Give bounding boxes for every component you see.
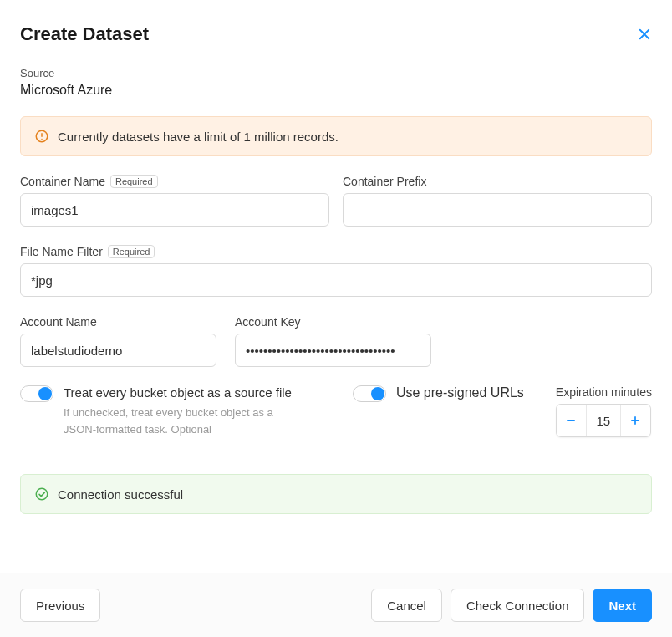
expiration-stepper <box>556 404 651 437</box>
warning-icon <box>34 129 49 144</box>
container-prefix-input[interactable] <box>343 193 652 227</box>
limit-alert: Currently datasets have a limit of 1 mil… <box>20 116 652 156</box>
limit-alert-text: Currently datasets have a limit of 1 mil… <box>58 130 339 144</box>
treat-bucket-toggle[interactable] <box>20 385 53 402</box>
required-badge: Required <box>110 175 158 188</box>
file-name-filter-label: File Name Filter <box>20 245 103 258</box>
account-key-label: Account Key <box>235 315 301 329</box>
cancel-button[interactable]: Cancel <box>371 589 442 622</box>
success-alert-text: Connection successful <box>58 487 183 502</box>
container-name-label: Container Name <box>20 175 105 188</box>
expiration-increment[interactable] <box>620 405 650 436</box>
source-value: Microsoft Azure <box>20 83 652 98</box>
expiration-input[interactable] <box>587 414 620 428</box>
success-alert: Connection successful <box>20 474 652 514</box>
container-name-input[interactable] <box>20 193 329 227</box>
container-prefix-label: Container Prefix <box>343 175 426 188</box>
treat-bucket-label: Treat every bucket object as a source fi… <box>64 385 306 400</box>
file-name-filter-input[interactable] <box>20 263 652 297</box>
close-button[interactable] <box>637 27 652 42</box>
close-icon <box>637 27 652 42</box>
treat-bucket-sub: If unchecked, treat every bucket object … <box>64 405 306 437</box>
account-name-input[interactable] <box>20 334 216 367</box>
minus-icon <box>565 415 577 426</box>
success-icon <box>34 487 49 502</box>
presigned-toggle[interactable] <box>353 385 386 402</box>
account-name-label: Account Name <box>20 315 97 329</box>
expiration-label: Expiration minutes <box>556 385 652 399</box>
svg-point-8 <box>36 488 48 500</box>
next-button[interactable]: Next <box>593 589 652 622</box>
presigned-label: Use pre-signed URLs <box>396 385 524 400</box>
account-key-input[interactable] <box>235 334 431 367</box>
plus-icon <box>629 415 641 426</box>
source-label: Source <box>20 67 652 79</box>
expiration-decrement[interactable] <box>557 405 587 436</box>
check-connection-button[interactable]: Check Connection <box>451 589 585 622</box>
required-badge: Required <box>108 245 155 258</box>
dialog-title: Create Dataset <box>20 23 149 45</box>
previous-button[interactable]: Previous <box>20 589 100 622</box>
svg-point-4 <box>41 139 43 140</box>
